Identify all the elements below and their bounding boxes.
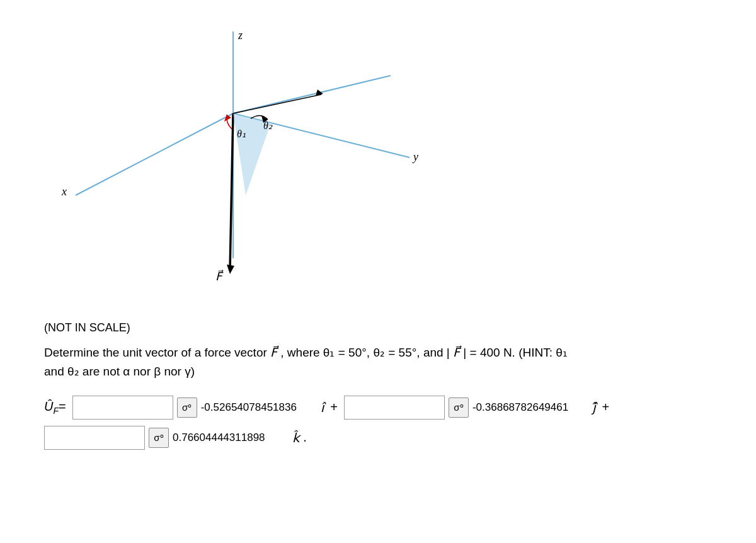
svg-text:θ₂: θ₂ — [263, 120, 273, 131]
i-sigma-button[interactable]: σᵒ — [177, 397, 197, 418]
k-basis-vector: k̂ — [292, 430, 300, 445]
i-basis-vector: ı̂ — [321, 400, 324, 415]
force-diagram: z x y F⃗ θ₁ — [38, 13, 479, 309]
plus-sign-1: + — [330, 400, 338, 414]
not-in-scale-label: (NOT IN SCALE) — [44, 321, 712, 334]
k-component-input[interactable] — [44, 426, 145, 450]
answer-row-2: σᵒ 0.76604444311898 k̂ . — [44, 426, 712, 450]
k-sigma-icon: σᵒ — [154, 432, 163, 443]
j-sigma-icon: σᵒ — [454, 402, 463, 413]
svg-text:y: y — [412, 151, 418, 163]
svg-line-15 — [233, 94, 321, 113]
problem-text-mid: , where θ₁ = 50°, θ₂ = 55°, and | — [280, 346, 450, 359]
j-answer-value: -0.36868782649461 — [472, 401, 586, 414]
content-area: (NOT IN SCALE) Determine the unit vector… — [38, 321, 718, 450]
f-vector-symbol: F⃗ — [270, 346, 277, 359]
svg-marker-8 — [227, 265, 234, 274]
svg-line-6 — [233, 76, 391, 113]
j-basis-vector: ĵ̂ — [592, 400, 596, 415]
diagram-area: z x y F⃗ θ₁ — [38, 13, 718, 315]
plus-sign-2: + — [602, 400, 610, 414]
i-answer-value: -0.52654078451836 — [201, 401, 314, 414]
period: . — [304, 430, 307, 445]
svg-text:F⃗: F⃗ — [215, 270, 224, 283]
i-component-input[interactable] — [72, 396, 173, 420]
problem-text-end: and θ₂ are not α nor β nor γ) — [44, 365, 195, 378]
f-vector-symbol-2: F⃗ — [453, 346, 460, 359]
svg-text:θ₁: θ₁ — [237, 129, 246, 139]
k-answer-value: 0.76604444311898 — [173, 432, 286, 444]
i-sigma-icon: σᵒ — [182, 402, 192, 413]
j-component-input[interactable] — [344, 396, 445, 420]
j-sigma-button[interactable]: σᵒ — [449, 397, 469, 418]
answer-row-1: ÛF= σᵒ -0.52654078451836 ı̂ + σᵒ - — [44, 396, 712, 420]
problem-text-mid2: | = 400 N. (HINT: θ₁ — [463, 346, 568, 359]
unit-vector-label: ÛF= — [44, 399, 66, 416]
problem-text: Determine the unit vector of a force vec… — [44, 343, 712, 382]
svg-text:z: z — [238, 29, 243, 42]
k-sigma-button[interactable]: σᵒ — [149, 428, 169, 448]
problem-text-before: Determine the unit vector of a force vec… — [44, 346, 270, 359]
svg-text:x: x — [61, 185, 67, 198]
svg-line-2 — [76, 113, 233, 195]
answer-section: ÛF= σᵒ -0.52654078451836 ı̂ + σᵒ - — [44, 396, 712, 450]
